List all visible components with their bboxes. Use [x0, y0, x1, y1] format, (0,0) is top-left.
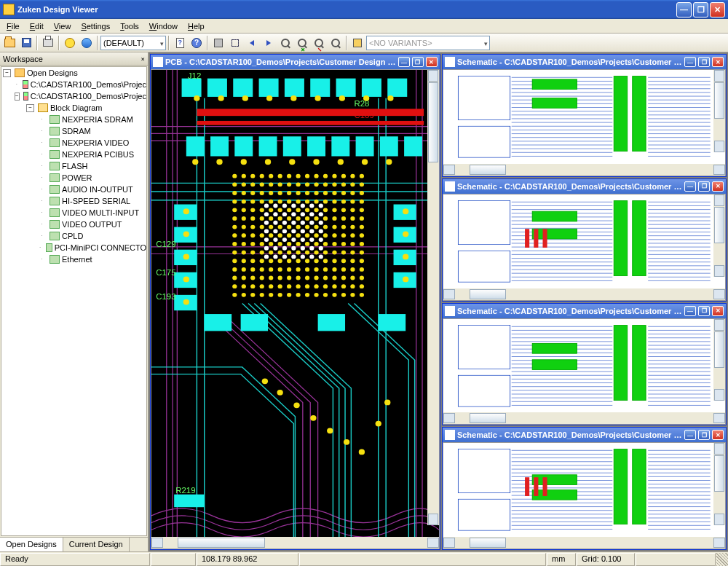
- svg-point-225: [314, 276, 318, 280]
- variants-combo[interactable]: <NO VARIANTS>: [366, 36, 490, 50]
- svg-rect-9: [336, 79, 356, 97]
- schematic-scrollbar-v[interactable]: [713, 319, 725, 401]
- svg-point-214: [350, 267, 355, 272]
- menu-window[interactable]: Window: [144, 20, 183, 32]
- schematic-minimize-button[interactable]: —: [684, 181, 696, 192]
- variant-button[interactable]: [349, 35, 365, 51]
- svg-point-102: [287, 208, 291, 212]
- schematic-scrollbar-h[interactable]: [443, 164, 725, 176]
- tree-sheet[interactable]: HI-SPEED SERIAL: [38, 195, 146, 207]
- schematic-minimize-button[interactable]: —: [684, 430, 696, 440]
- tab-open-designs[interactable]: Open Designs: [0, 538, 63, 551]
- tab-current-design[interactable]: Current Design: [63, 538, 130, 551]
- pcb-scrollbar-h[interactable]: [151, 537, 439, 549]
- schematic-canvas[interactable]: [443, 443, 725, 537]
- tree-sheet[interactable]: NEXPERIA SDRAM: [38, 114, 146, 125]
- pcb-canvas[interactable]: J12 R28 C189 C129 C175 C193 R219: [151, 70, 439, 537]
- svg-point-141: [232, 233, 237, 237]
- web-button[interactable]: [79, 35, 95, 51]
- schematic-scrollbar-h[interactable]: [443, 412, 725, 424]
- pcb-maximize-button[interactable]: ❐: [412, 57, 424, 67]
- pcb-minimize-button[interactable]: —: [398, 57, 410, 67]
- tree-sheet[interactable]: POWER: [38, 172, 146, 184]
- menu-tools[interactable]: Tools: [115, 20, 144, 32]
- zoom-in-button[interactable]: [294, 35, 310, 51]
- schematic-maximize-button[interactable]: ❐: [698, 306, 710, 316]
- tree-sheet[interactable]: NEXPERIA PCIBUS: [38, 149, 146, 160]
- schematic-close-button[interactable]: ✕: [712, 181, 724, 192]
- save-button[interactable]: [18, 35, 34, 51]
- svg-point-114: [260, 216, 264, 221]
- svg-point-331: [319, 237, 323, 242]
- tree-design-2[interactable]: C:\CADSTAR100_Demos\Projec: [15, 90, 146, 102]
- colors-button[interactable]: [62, 35, 78, 51]
- workspace-close-icon[interactable]: ×: [141, 55, 145, 63]
- maximize-button[interactable]: ❐: [693, 2, 708, 17]
- prev-view-button[interactable]: [244, 35, 260, 51]
- svg-point-126: [232, 225, 237, 229]
- schematic-titlebar[interactable]: Schematic - C:\CADSTAR100_Demos\Projects…: [443, 428, 726, 442]
- svg-rect-549: [614, 449, 627, 524]
- svg-point-89: [305, 200, 309, 204]
- schematic-maximize-button[interactable]: ❐: [698, 57, 710, 67]
- menu-file[interactable]: File: [1, 20, 25, 32]
- schematic-close-button[interactable]: ✕: [712, 430, 724, 440]
- extents-button[interactable]: [227, 35, 243, 51]
- minimize-button[interactable]: —: [676, 2, 692, 17]
- schematic-canvas[interactable]: [443, 319, 725, 413]
- help-contents-button[interactable]: [172, 35, 188, 51]
- schematic-maximize-button[interactable]: ❐: [698, 181, 710, 192]
- pcb-scrollbar-v[interactable]: [427, 70, 439, 525]
- schematic-maximize-button[interactable]: ❐: [698, 430, 710, 440]
- schematic-scrollbar-h[interactable]: [443, 537, 725, 549]
- print-button[interactable]: [40, 35, 56, 51]
- schematic-close-button[interactable]: ✕: [712, 57, 724, 67]
- tree-sheet[interactable]: VIDEO MULTI-INPUT: [38, 207, 146, 219]
- schematic-scrollbar-v[interactable]: [713, 443, 725, 525]
- schematic-canvas[interactable]: [443, 70, 725, 164]
- zoom-window-button[interactable]: [277, 35, 293, 51]
- menu-settings[interactable]: Settings: [76, 20, 115, 32]
- tree-sheet[interactable]: NEXPERIA VIDEO: [38, 137, 146, 149]
- schematic-minimize-button[interactable]: —: [684, 306, 696, 316]
- tree-sheet[interactable]: SDRAM: [38, 125, 146, 137]
- tree-block-diagram[interactable]: Block Diagram: [26, 102, 146, 114]
- schematic-scrollbar-h[interactable]: [443, 288, 725, 300]
- default-combo[interactable]: (DEFAULT): [100, 36, 166, 50]
- main-area: Workspace × Open Designs C:\CADSTAR100_D…: [0, 52, 728, 551]
- tree-sheet[interactable]: CPLD: [38, 230, 146, 242]
- tree-sheet[interactable]: AUDIO IN-OUTPUT: [38, 184, 146, 195]
- open-button[interactable]: [1, 35, 17, 51]
- tree-sheet[interactable]: Ethernet: [38, 253, 146, 265]
- schematic-scrollbar-v[interactable]: [713, 70, 725, 152]
- zoom-out-button[interactable]: [311, 35, 327, 51]
- design-tree[interactable]: Open Designs C:\CADSTAR100_Demos\Projec …: [1, 66, 147, 536]
- tree-sheet[interactable]: PCI-MiniPCI CONNECTO: [38, 242, 146, 253]
- schematic-titlebar[interactable]: Schematic - C:\CADSTAR100_Demos\Projects…: [443, 179, 726, 194]
- schematic-titlebar[interactable]: Schematic - C:\CADSTAR100_Demos\Projects…: [443, 304, 726, 318]
- pcb-close-button[interactable]: ✕: [426, 57, 438, 67]
- tree-root[interactable]: Open Designs: [3, 67, 146, 79]
- schematic-canvas[interactable]: [443, 194, 725, 288]
- pcb-titlebar[interactable]: PCB - C:\CADSTAR100_Demos\Projects\Custo…: [151, 55, 440, 69]
- close-button[interactable]: ✕: [710, 2, 725, 17]
- zoom-fit-button[interactable]: [328, 35, 344, 51]
- context-help-button[interactable]: [189, 35, 205, 51]
- tree-sheet[interactable]: FLASH: [38, 160, 146, 172]
- tree-sheet[interactable]: VIDEO OUTPUT: [38, 219, 146, 230]
- svg-point-130: [269, 225, 273, 229]
- svg-point-338: [319, 246, 323, 251]
- schematic-close-button[interactable]: ✕: [712, 306, 724, 316]
- menu-edit[interactable]: Edit: [25, 20, 49, 32]
- schematic-scrollbar-v[interactable]: [713, 194, 725, 277]
- schematic-titlebar[interactable]: Schematic - C:\CADSTAR100_Demos\Projects…: [443, 55, 726, 69]
- resize-grip[interactable]: [716, 553, 728, 566]
- svg-point-314: [291, 221, 296, 225]
- next-view-button[interactable]: [261, 35, 277, 51]
- tree-design-1[interactable]: C:\CADSTAR100_Demos\Projec: [15, 79, 146, 90]
- menu-help[interactable]: Help: [183, 20, 210, 32]
- menu-view[interactable]: View: [49, 20, 76, 32]
- frame-button[interactable]: [210, 35, 226, 51]
- svg-rect-35: [174, 495, 205, 507]
- schematic-minimize-button[interactable]: —: [684, 57, 696, 67]
